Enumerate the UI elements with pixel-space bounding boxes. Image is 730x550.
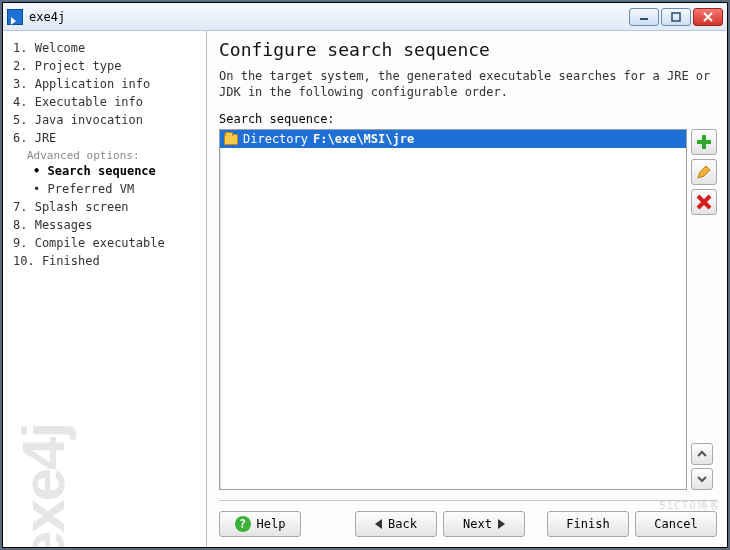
close-button[interactable]	[693, 8, 723, 26]
cancel-button-label: Cancel	[654, 517, 697, 531]
add-button[interactable]	[691, 129, 717, 155]
step-finished[interactable]: 10. Finished	[13, 252, 200, 270]
list-item-path: F:\exe\MSI\jre	[313, 132, 414, 146]
step-messages[interactable]: 8. Messages	[13, 216, 200, 234]
back-button-label: Back	[388, 517, 417, 531]
step-executable-info[interactable]: 4. Executable info	[13, 93, 200, 111]
page-description: On the target system, the generated exec…	[219, 68, 717, 100]
list-item[interactable]: Directory F:\exe\MSI\jre	[220, 130, 686, 148]
advanced-options-label: Advanced options:	[27, 149, 200, 162]
help-button-label: Help	[257, 517, 286, 531]
divider	[219, 500, 717, 501]
move-up-button[interactable]	[691, 443, 713, 465]
search-sequence-list[interactable]: Directory F:\exe\MSI\jre	[219, 129, 687, 490]
chevron-up-icon	[696, 448, 708, 460]
help-button[interactable]: ? Help	[219, 511, 301, 537]
substep-search-sequence[interactable]: Search sequence	[33, 162, 200, 180]
brand-watermark: exe4j	[9, 424, 78, 547]
finish-button[interactable]: Finish	[547, 511, 629, 537]
help-icon: ?	[235, 516, 251, 532]
svg-rect-1	[672, 13, 680, 21]
titlebar: exe4j	[3, 3, 727, 31]
delete-button[interactable]	[691, 189, 717, 215]
step-java-invocation[interactable]: 5. Java invocation	[13, 111, 200, 129]
step-application-info[interactable]: 3. Application info	[13, 75, 200, 93]
step-welcome[interactable]: 1. Welcome	[13, 39, 200, 57]
plus-icon	[696, 134, 712, 150]
svg-rect-5	[697, 140, 711, 144]
substep-preferred-vm[interactable]: Preferred VM	[33, 180, 200, 198]
x-icon	[696, 194, 712, 210]
next-button-label: Next	[463, 517, 492, 531]
pencil-icon	[696, 164, 712, 180]
finish-button-label: Finish	[566, 517, 609, 531]
sequence-label: Search sequence:	[219, 112, 717, 126]
footer-buttons: ? Help Back Next Finish Cancel	[219, 511, 717, 537]
folder-icon	[224, 134, 238, 145]
app-icon	[7, 9, 23, 25]
step-project-type[interactable]: 2. Project type	[13, 57, 200, 75]
step-jre[interactable]: 6. JRE	[13, 129, 200, 147]
step-splash-screen[interactable]: 7. Splash screen	[13, 198, 200, 216]
chevron-down-icon	[696, 473, 708, 485]
edit-button[interactable]	[691, 159, 717, 185]
triangle-left-icon	[375, 519, 382, 529]
maximize-button[interactable]	[661, 8, 691, 26]
move-down-button[interactable]	[691, 468, 713, 490]
list-item-kind: Directory	[243, 132, 308, 146]
window-title: exe4j	[29, 10, 629, 24]
back-button[interactable]: Back	[355, 511, 437, 537]
step-compile-executable[interactable]: 9. Compile executable	[13, 234, 200, 252]
sidebar: 1. Welcome 2. Project type 3. Applicatio…	[3, 31, 207, 547]
minimize-button[interactable]	[629, 8, 659, 26]
triangle-right-icon	[498, 519, 505, 529]
main-panel: Configure search sequence On the target …	[207, 31, 727, 547]
next-button[interactable]: Next	[443, 511, 525, 537]
svg-marker-6	[698, 166, 710, 178]
side-button-column	[691, 129, 717, 490]
window: exe4j 1. Welcome 2. Project type 3. Appl…	[3, 3, 727, 547]
cancel-button[interactable]: Cancel	[635, 511, 717, 537]
page-title: Configure search sequence	[219, 39, 717, 60]
